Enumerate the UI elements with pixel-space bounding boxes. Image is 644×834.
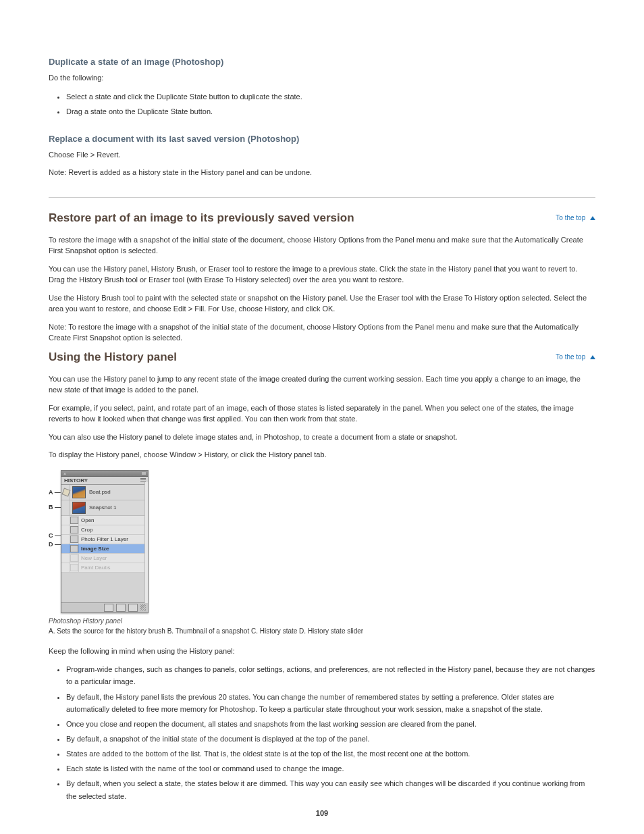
snapshot-thumbnail: [72, 486, 86, 498]
history-state-label: Crop: [79, 527, 148, 533]
state-icon: [70, 554, 78, 562]
history-state-row[interactable]: Photo Filter 1 Layer: [61, 535, 148, 544]
paragraph: You can use the History panel to jump to…: [49, 373, 595, 396]
history-state-label: Image Size: [79, 546, 148, 552]
state-icon: [70, 536, 78, 543]
figure-history-panel: A — B — C — D — × HISTORY: [49, 470, 595, 635]
scrollbar[interactable]: [144, 482, 148, 603]
close-icon[interactable]: ×: [63, 471, 66, 476]
history-state-row-dimmed[interactable]: Paint Daubs: [61, 563, 148, 573]
state-icon: [70, 526, 78, 533]
state-icon: [70, 517, 78, 524]
history-brush-source-icon[interactable]: [61, 485, 70, 500]
heading-duplicate-state: Duplicate a state of an image (Photoshop…: [49, 57, 595, 67]
state-icon: [70, 564, 78, 571]
create-snapshot-button[interactable]: [116, 604, 126, 612]
list-item: By default, the History panel lists the …: [66, 691, 595, 715]
snapshot-label: Boat.psd: [88, 489, 148, 495]
list-item: Select a state and click the Duplicate S…: [66, 90, 595, 103]
panel-tab-history[interactable]: HISTORY: [61, 477, 148, 485]
paragraph: You can use the History panel, History B…: [49, 263, 595, 286]
history-state-row-dimmed[interactable]: New Layer: [61, 554, 148, 563]
history-state-label: Open: [79, 517, 148, 523]
divider: [49, 197, 595, 198]
to-top-link[interactable]: To the top: [556, 214, 595, 221]
heading-replace-document: Replace a document with its last saved v…: [49, 134, 595, 144]
paragraph: Do the following:: [49, 72, 595, 84]
snapshot-row[interactable]: Snapshot 1: [61, 500, 148, 516]
history-state-label: New Layer: [79, 555, 148, 561]
list-item: Program-wide changes, such as changes to…: [66, 663, 595, 687]
history-panel: × HISTORY Boat.psd Snapshot 1: [61, 470, 149, 613]
list-item: States are added to the bottom of the li…: [66, 748, 595, 760]
page-number: 109: [0, 809, 644, 817]
to-top-label: To the top: [556, 214, 585, 221]
triangle-up-icon: [590, 355, 595, 359]
resize-grip-icon[interactable]: [140, 604, 146, 611]
figure-callout-legend: A. Sets the source for the history brush…: [49, 627, 595, 635]
list-item: By default, when you select a state, the…: [66, 777, 595, 802]
history-state-row[interactable]: Crop: [61, 525, 148, 535]
panel-tab-label: HISTORY: [64, 477, 88, 484]
history-state-label: Photo Filter 1 Layer: [79, 536, 148, 542]
triangle-up-icon: [590, 216, 595, 220]
panel-footer: [61, 602, 148, 613]
list-item: By default, a snapshot of the initial st…: [66, 733, 595, 745]
paragraph: Use the History Brush tool to paint with…: [49, 292, 595, 315]
list-item: Once you close and reopen the document, …: [66, 718, 595, 730]
paragraph: For example, if you select, paint, and r…: [49, 402, 595, 425]
section-heading-restore: Restore part of an image to its previous…: [49, 211, 595, 225]
list-item: Each state is listed with the name of th…: [66, 762, 595, 775]
bullet-list: Program-wide changes, such as changes to…: [49, 663, 595, 802]
to-top-label: To the top: [556, 353, 585, 361]
delete-state-button[interactable]: [128, 604, 138, 612]
panel-empty-area: [61, 573, 148, 602]
paragraph: To display the History panel, choose Win…: [49, 449, 595, 461]
paragraph: You can also use the History panel to de…: [49, 432, 595, 443]
panel-titlebar[interactable]: ×: [61, 471, 148, 477]
history-state-row[interactable]: Open: [61, 516, 148, 525]
note: Note: Revert is added as a history state…: [49, 167, 595, 178]
state-icon: [70, 545, 78, 552]
figure-caption: Photoshop History panel A. Sets the sour…: [49, 617, 595, 635]
history-brush-source-slot[interactable]: [61, 500, 70, 515]
history-state-row-selected[interactable]: Image Size: [61, 544, 148, 554]
bullet-list: Select a state and click the Duplicate S…: [49, 90, 595, 118]
to-top-link[interactable]: To the top: [556, 353, 595, 361]
section-heading-history-panel: Using the History panel: [49, 350, 595, 364]
note: Note: To restore the image with a snapsh…: [49, 321, 595, 344]
snapshot-row[interactable]: Boat.psd: [61, 485, 148, 500]
paragraph: Choose File > Revert.: [49, 149, 595, 161]
create-document-from-state-button[interactable]: [104, 604, 113, 612]
history-state-label: Paint Daubs: [79, 565, 148, 571]
snapshot-thumbnail: [72, 502, 86, 514]
paragraph: To restore the image with a snapshot of …: [49, 234, 595, 257]
paragraph: Keep the following in mind when using th…: [49, 646, 595, 657]
snapshot-label: Snapshot 1: [88, 504, 148, 511]
list-item: Drag a state onto the Duplicate State bu…: [66, 105, 595, 118]
